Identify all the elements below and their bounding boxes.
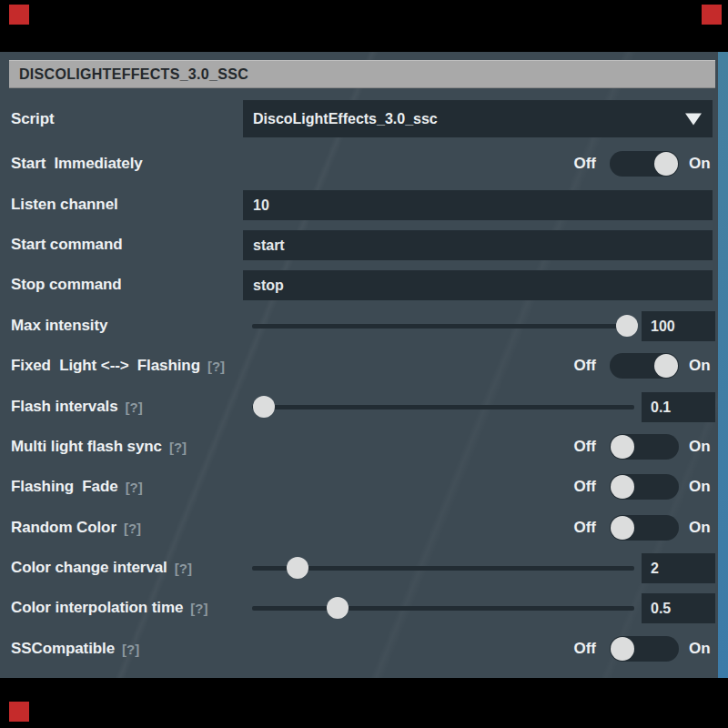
setting-label: Start Immediately <box>11 155 143 173</box>
script-dropdown[interactable]: DiscoLightEffects_3.0_ssc <box>243 100 713 137</box>
setting-label: Listen channel <box>11 196 118 214</box>
toggle-off-label: Off <box>532 629 596 669</box>
random-color-toggle[interactable] <box>610 515 679 541</box>
flash-intervals-value-field[interactable]: 0.1 <box>642 392 715 422</box>
max-intensity-slider-track[interactable] <box>252 324 634 329</box>
toggle-on-label: On <box>689 346 711 386</box>
toggle-off-label: Off <box>532 508 596 548</box>
fixed-light-flashing-toggle[interactable] <box>610 353 679 379</box>
color-interpolation-time-slider-knob[interactable] <box>327 597 349 619</box>
setting-row-script: ScriptDiscoLightEffects_3.0_ssc <box>0 99 718 139</box>
start-command-input[interactable] <box>243 230 713 260</box>
setting-label: Script <box>11 110 55 128</box>
color-change-interval-value-field[interactable]: 2 <box>642 553 715 583</box>
toggle-off-label: Off <box>532 427 596 467</box>
toggle-off-label: Off <box>532 467 596 507</box>
red-corner-marker-bottom-left <box>9 702 29 722</box>
help-marker[interactable]: [?] <box>126 480 143 495</box>
toggle-on-label: On <box>689 629 711 669</box>
setting-label: Color interpolation time <box>11 599 183 617</box>
toggle-knob <box>611 637 634 661</box>
panel-title-bar[interactable]: DISCOLIGHTEFFECTS_3.0_SSC <box>9 60 715 88</box>
setting-row-stop-command: Stop command <box>0 265 718 305</box>
setting-row-multi-light-flash-sync: Multi light flash sync[?]OffOn <box>0 427 718 467</box>
setting-label-wrap: Start command <box>11 225 122 265</box>
help-marker[interactable]: [?] <box>122 642 139 657</box>
help-marker[interactable]: [?] <box>124 521 141 536</box>
setting-label-wrap: SSCompatible[?] <box>11 629 139 669</box>
max-intensity-slider-knob[interactable] <box>616 315 638 337</box>
setting-row-start-command: Start command <box>0 225 718 265</box>
flash-intervals-slider-knob[interactable] <box>253 396 275 418</box>
toggle-off-label: Off <box>532 346 596 386</box>
setting-label-wrap: Script <box>11 99 55 139</box>
help-marker[interactable]: [?] <box>207 359 225 374</box>
setting-label-wrap: Max intensity <box>11 306 107 346</box>
setting-label: Color change interval <box>11 559 167 577</box>
slider-value: 2 <box>651 561 659 577</box>
red-corner-marker-top-right <box>702 5 722 25</box>
dropdown-arrow-icon <box>685 113 702 125</box>
max-intensity-value-field[interactable]: 100 <box>642 311 715 341</box>
toggle-knob <box>654 152 678 176</box>
setting-row-color-interpolation-time: Color interpolation time[?]0.5 <box>0 588 718 628</box>
toggle-on-label: On <box>689 467 711 507</box>
help-marker[interactable]: [?] <box>190 601 207 616</box>
toggle-knob <box>611 435 634 459</box>
setting-label: Flash intervals <box>11 398 118 416</box>
setting-row-flash-intervals: Flash intervals[?]0.1 <box>0 387 718 427</box>
setting-row-fixed-light-flashing: Fixed Light <--> Flashing[?]OffOn <box>0 346 718 386</box>
toggle-off-label: Off <box>532 144 596 184</box>
setting-label: Fixed Light <--> Flashing <box>11 357 200 375</box>
multi-light-flash-sync-toggle[interactable] <box>610 434 679 460</box>
scrollbar-strip[interactable] <box>718 52 728 678</box>
setting-label: SSCompatible <box>11 640 115 658</box>
start-immediately-toggle[interactable] <box>610 151 679 177</box>
slider-value: 0.5 <box>651 601 671 617</box>
settings-panel: DISCOLIGHTEFFECTS_3.0_SSC ScriptDiscoLig… <box>0 52 728 678</box>
setting-label: Stop command <box>11 276 122 294</box>
setting-row-start-immediately: Start ImmediatelyOffOn <box>0 144 718 184</box>
color-interpolation-time-slider-track[interactable] <box>252 606 634 611</box>
setting-row-flashing-fade: Flashing Fade[?]OffOn <box>0 467 718 507</box>
setting-label-wrap: Multi light flash sync[?] <box>11 427 187 467</box>
setting-label-wrap: Listen channel <box>11 185 118 225</box>
setting-row-sscompatible: SSCompatible[?]OffOn <box>0 629 718 669</box>
toggle-knob <box>611 516 634 540</box>
color-change-interval-slider-knob[interactable] <box>287 557 308 579</box>
listen-channel-input[interactable] <box>243 190 713 220</box>
toggle-on-label: On <box>689 508 711 548</box>
color-change-interval-slider-track[interactable] <box>252 566 634 571</box>
setting-row-random-color: Random Color[?]OffOn <box>0 508 718 548</box>
slider-value: 100 <box>651 318 675 335</box>
help-marker[interactable]: [?] <box>175 561 192 576</box>
setting-row-color-change-interval: Color change interval[?]2 <box>0 548 718 588</box>
setting-label: Flashing Fade <box>11 478 118 496</box>
dropdown-selected-value: DiscoLightEffects_3.0_ssc <box>253 111 438 127</box>
flashing-fade-toggle[interactable] <box>610 474 679 500</box>
setting-label-wrap: Random Color[?] <box>11 508 141 548</box>
setting-row-listen-channel: Listen channel <box>0 185 718 225</box>
setting-label: Max intensity <box>11 317 107 335</box>
color-interpolation-time-value-field[interactable]: 0.5 <box>642 593 715 623</box>
setting-label-wrap: Color change interval[?] <box>11 548 192 588</box>
setting-label-wrap: Stop command <box>11 265 122 305</box>
setting-label: Start command <box>11 236 122 254</box>
setting-label-wrap: Flashing Fade[?] <box>11 467 143 507</box>
sscompatible-toggle[interactable] <box>610 636 679 662</box>
help-marker[interactable]: [?] <box>126 399 143 415</box>
stop-command-input[interactable] <box>243 270 713 300</box>
slider-value: 0.1 <box>651 399 671 416</box>
flash-intervals-slider-track[interactable] <box>252 405 634 410</box>
panel-title: DISCOLIGHTEFFECTS_3.0_SSC <box>19 66 248 83</box>
setting-label-wrap: Start Immediately <box>11 144 143 184</box>
setting-label-wrap: Flash intervals[?] <box>11 387 143 427</box>
toggle-knob <box>611 475 634 499</box>
red-corner-marker-top-left <box>9 5 29 25</box>
toggle-on-label: On <box>689 427 711 467</box>
setting-label-wrap: Fixed Light <--> Flashing[?] <box>11 346 225 386</box>
setting-label: Multi light flash sync <box>11 438 162 456</box>
setting-label-wrap: Color interpolation time[?] <box>11 588 207 628</box>
toggle-knob <box>654 354 678 378</box>
help-marker[interactable]: [?] <box>169 440 187 455</box>
